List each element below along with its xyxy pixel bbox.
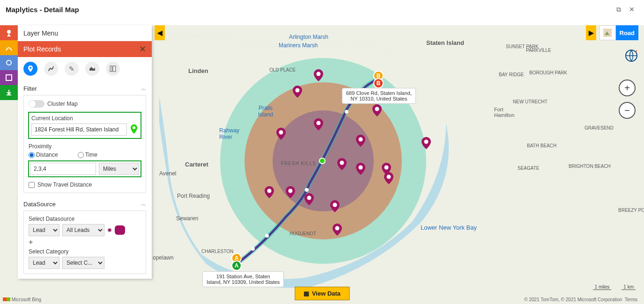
map-label: BAY RIDGE — [499, 72, 524, 77]
svg-point-19 — [267, 189, 272, 193]
svg-point-18 — [387, 175, 391, 179]
map-pin[interactable] — [276, 128, 286, 140]
svg-point-6 — [305, 188, 309, 192]
location-pin-icon[interactable] — [130, 124, 138, 136]
map-label: Linden — [188, 67, 208, 74]
svg-point-12 — [359, 138, 363, 142]
svg-point-20 — [289, 189, 293, 193]
marker-b2: B — [373, 78, 384, 88]
map-credits: © 2021 TomTom, © 2021 Microsoft Corporat… — [524, 297, 637, 302]
map-pin[interactable] — [356, 163, 365, 175]
chevron-up-icon[interactable]: ︿ — [141, 201, 146, 208]
tab-region[interactable] — [44, 62, 58, 76]
pin-color-swatch[interactable] — [115, 225, 125, 235]
leftbar-plot[interactable] — [0, 25, 18, 40]
proximity-unit-select[interactable]: Miles — [99, 163, 139, 175]
svg-point-26 — [7, 30, 11, 34]
leftbar-poi[interactable] — [0, 55, 18, 70]
category-entity-select[interactable]: Lead — [29, 257, 59, 269]
popout-icon[interactable]: ⧉ — [612, 3, 625, 16]
pin-color-dot[interactable] — [107, 228, 112, 232]
svg-point-5 — [265, 234, 269, 238]
map-label: SEAGATE — [518, 166, 540, 171]
scale-bar: 1 miles 1 km — [593, 284, 636, 290]
map-label: Lower New York Bay — [421, 224, 477, 231]
datasource-view-select[interactable]: All Leads — [62, 224, 104, 236]
svg-point-11 — [317, 121, 321, 125]
proximity-label: Proximity — [29, 143, 141, 150]
globe-icon[interactable] — [624, 49, 638, 65]
map-pin[interactable] — [304, 193, 314, 205]
map-pin[interactable] — [314, 118, 323, 130]
map-label: BREEZY POI — [618, 208, 644, 213]
select-datasource-label: Select Datasource — [29, 216, 141, 222]
add-datasource-button[interactable]: + — [29, 236, 141, 246]
map-label: Mariners Marsh — [279, 42, 318, 49]
svg-rect-30 — [110, 66, 112, 72]
datasource-header[interactable]: DataSource — [23, 201, 56, 208]
map-pin[interactable] — [372, 104, 382, 116]
filter-header[interactable]: Filter — [23, 85, 37, 92]
proximity-value-input[interactable] — [30, 163, 96, 175]
map-pin[interactable] — [293, 86, 302, 98]
datasource-entity-select[interactable]: Lead — [29, 224, 59, 236]
current-location-input[interactable] — [31, 123, 127, 136]
svg-point-16 — [359, 166, 363, 170]
svg-rect-31 — [113, 66, 116, 72]
tab-draw[interactable]: ✎ — [65, 62, 79, 76]
terms-link[interactable]: Terms — [625, 297, 637, 302]
zoom-in-button[interactable]: + — [619, 80, 636, 96]
center-point — [319, 158, 326, 164]
tab-territory[interactable] — [85, 62, 99, 76]
map-pin[interactable] — [422, 137, 431, 149]
close-panel-icon[interactable]: ✕ — [139, 44, 146, 54]
category-view-select[interactable]: Select C... — [62, 257, 104, 269]
map-label: Arlington Marsh — [289, 34, 328, 40]
close-icon[interactable]: ✕ — [625, 3, 638, 16]
map-pin[interactable] — [333, 224, 342, 236]
svg-point-32 — [133, 126, 135, 129]
radio-distance[interactable]: Distance — [29, 152, 58, 158]
map-pin[interactable] — [384, 172, 393, 184]
map-pin[interactable] — [314, 69, 323, 81]
cluster-map-toggle[interactable] — [29, 100, 44, 108]
tab-location[interactable] — [23, 62, 37, 76]
map-type-road[interactable]: Road — [616, 25, 639, 40]
svg-rect-28 — [6, 75, 12, 80]
marker-a2: A — [231, 261, 242, 271]
leftbar-territory[interactable] — [0, 70, 18, 85]
map-pin[interactable] — [330, 200, 340, 212]
show-travel-checkbox[interactable]: Show Travel Distance — [29, 181, 141, 188]
chevron-up-icon[interactable]: ︿ — [141, 85, 146, 92]
svg-point-14 — [424, 140, 429, 144]
map-label: NEW UTRECHT — [513, 99, 548, 104]
svg-point-9 — [296, 88, 300, 93]
panel-collapse-right[interactable]: ▶ — [586, 25, 596, 40]
annotation-b: 689 Clove Rd, Staten Island,NY 10310, Un… — [342, 88, 416, 104]
cluster-map-label: Cluster Map — [47, 101, 78, 107]
map-pin[interactable] — [286, 186, 295, 198]
zoom-out-button[interactable]: − — [619, 102, 636, 119]
tab-template[interactable] — [106, 62, 120, 76]
bing-logo: Microsoft Bing — [3, 297, 41, 302]
plot-records-title: Plot Records — [23, 45, 61, 53]
svg-point-4 — [251, 247, 255, 251]
map-type-thumb[interactable] — [599, 25, 616, 40]
map-pin[interactable] — [265, 186, 274, 198]
view-data-button[interactable]: ▦ View Data — [295, 287, 349, 300]
map-label: Sewaren — [176, 215, 198, 222]
map-pin[interactable] — [356, 135, 365, 147]
select-category-label: Select Category — [29, 248, 141, 255]
leftbar-route[interactable] — [0, 40, 18, 55]
radio-time[interactable]: Time — [78, 152, 97, 158]
map-label: FRESH KILLS — [281, 161, 316, 166]
map-pin[interactable] — [337, 158, 347, 170]
svg-point-29 — [30, 67, 31, 69]
svg-point-7 — [345, 110, 348, 114]
table-icon: ▦ — [303, 290, 309, 297]
panel-collapse-left[interactable]: ◀ — [155, 25, 165, 40]
map-label: opelawn — [153, 254, 174, 261]
leftbar-download[interactable] — [0, 85, 18, 100]
map-label: PARKVILLE — [526, 48, 551, 53]
map-label: CHARLESTON — [201, 249, 233, 254]
